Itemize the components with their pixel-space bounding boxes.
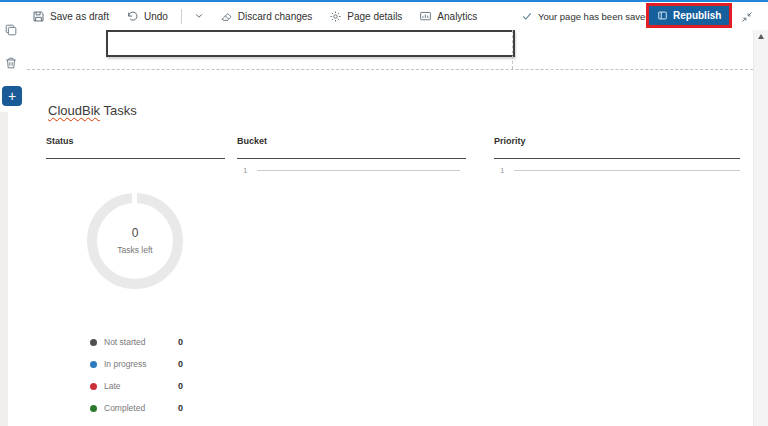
save-as-draft-button[interactable]: Save as draft: [30, 8, 111, 25]
donut-gap: [132, 192, 137, 204]
vertical-scrollbar[interactable]: [753, 30, 768, 426]
legend-label: Not started: [104, 337, 146, 347]
legend-dot: [90, 361, 97, 368]
webpart-title-word-misspelled: CloudBik: [48, 103, 100, 118]
eraser-icon: [220, 10, 233, 23]
undo-label: Undo: [144, 11, 168, 22]
legend-dot: [90, 339, 97, 346]
toolbar-divider: [181, 9, 182, 24]
legend-dot: [90, 405, 97, 412]
discard-changes-label: Discard changes: [238, 11, 312, 22]
bucket-axis-tick: 1: [243, 166, 247, 175]
donut-center-text: 0 Tasks left: [87, 226, 183, 255]
legend-value: 0: [178, 381, 183, 391]
priority-column-header: Priority: [494, 136, 740, 159]
webpart-title: CloudBik Tasks: [48, 103, 137, 118]
webpart-title-word: Tasks: [100, 103, 137, 118]
priority-axis-tick: 1: [500, 166, 504, 175]
legend-label: Completed: [104, 403, 145, 413]
undo-icon: [126, 10, 139, 23]
legend-item-not-started: Not started 0: [87, 331, 227, 353]
section-column-dashed-divider: [512, 30, 513, 69]
analytics-button[interactable]: Analytics: [417, 8, 479, 25]
priority-gridline: [514, 170, 740, 171]
legend-value: 0: [178, 359, 183, 369]
page-details-label: Page details: [347, 11, 402, 22]
legend-value: 0: [178, 337, 183, 347]
sharepoint-page-edit: Save as draft Undo Discard changes Page …: [0, 0, 768, 426]
checkmark-icon: [521, 10, 533, 22]
annotation-highlight-box: Republish: [646, 3, 732, 28]
add-webpart-button[interactable]: +: [2, 86, 22, 106]
legend-label: Late: [104, 381, 121, 391]
save-status-label: Your page has been saved: [538, 11, 651, 22]
delete-webpart-button[interactable]: [4, 56, 18, 70]
legend-dot: [90, 383, 97, 390]
command-bar: Save as draft Undo Discard changes Page …: [0, 2, 768, 30]
scrollbar-up-arrow[interactable]: [758, 34, 764, 39]
bucket-gridline: [257, 170, 460, 171]
undo-split-chevron-button[interactable]: [193, 9, 205, 23]
save-status: Your page has been saved: [521, 2, 651, 30]
republish-label: Republish: [673, 10, 721, 21]
command-bar-left: Save as draft Undo Discard changes Page …: [30, 2, 479, 30]
legend-item-in-progress: In progress 0: [87, 353, 227, 375]
duplicate-webpart-button[interactable]: [4, 23, 18, 37]
save-as-draft-label: Save as draft: [50, 11, 109, 22]
analytics-icon: [419, 10, 432, 23]
tasks-left-label: Tasks left: [87, 245, 183, 255]
legend-item-late: Late 0: [87, 375, 227, 397]
selected-webpart-outline[interactable]: [106, 30, 515, 57]
republish-button[interactable]: Republish: [649, 6, 729, 25]
bucket-column-header: Bucket: [237, 136, 466, 159]
trash-icon: [4, 56, 18, 70]
legend-label: In progress: [104, 359, 147, 369]
chevron-down-icon: [194, 11, 204, 21]
duplicate-icon: [4, 23, 18, 37]
undo-button[interactable]: Undo: [124, 8, 170, 25]
status-column-header: Status: [46, 136, 225, 159]
tasks-left-value: 0: [87, 226, 183, 240]
page-details-button[interactable]: Page details: [327, 8, 404, 25]
republish-icon: [657, 10, 668, 21]
collapse-command-bar-button[interactable]: [741, 11, 753, 26]
legend-item-completed: Completed 0: [87, 397, 227, 419]
status-legend: Not started 0 In progress 0 Late 0 Compl…: [87, 331, 227, 419]
save-icon: [32, 10, 45, 23]
discard-changes-button[interactable]: Discard changes: [218, 8, 314, 25]
collapse-icon: [741, 11, 753, 23]
gear-icon: [329, 10, 342, 23]
analytics-label: Analytics: [437, 11, 477, 22]
canvas-left-margin: [0, 112, 8, 426]
legend-value: 0: [178, 403, 183, 413]
section-dashed-divider: [27, 69, 753, 70]
plus-icon: +: [8, 88, 16, 104]
